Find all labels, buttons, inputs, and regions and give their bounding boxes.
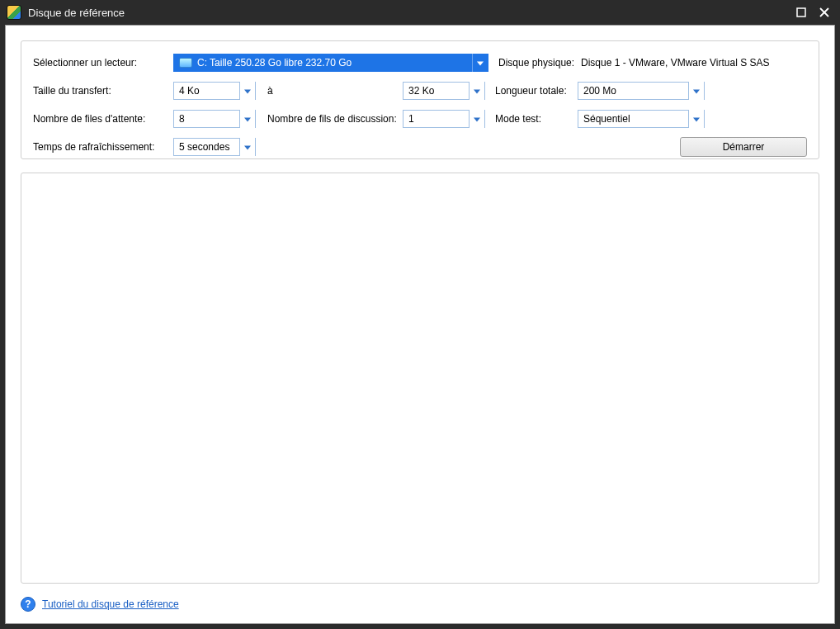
maximize-icon [796,7,806,17]
select-drive-combo[interactable]: C: Taille 250.28 Go libre 232.70 Go [173,54,488,72]
label-refresh: Temps de rafraîchissement: [33,141,173,153]
threads-combo[interactable]: 1 [403,110,485,128]
label-to: à [256,85,279,97]
window-title: Disque de référence [28,7,125,19]
select-drive-value: C: Taille 250.28 Go libre 232.70 Go [197,57,352,69]
test-mode-combo[interactable]: Séquentiel [578,110,705,128]
label-threads: Nombre de fils de discussion: [256,113,403,125]
settings-panel: Sélectionner un lecteur: C: Taille 250.2… [21,40,819,159]
help-icon: ? [21,597,35,612]
total-length-value: 200 Mo [583,85,616,97]
physical-disk-value: Disque 1 - VMware, VMware Virtual S SAS [581,57,770,69]
tutorial-link[interactable]: Tutoriel du disque de référence [42,598,179,610]
transfer-from-value: 4 Ko [179,85,200,97]
svg-rect-0 [797,8,805,17]
transfer-from-combo[interactable]: 4 Ko [173,82,256,100]
label-test-mode: Mode test: [485,113,578,125]
results-panel [21,173,819,584]
drive-icon [179,58,192,68]
queues-value: 8 [179,113,185,125]
label-queues: Nombre de files d'attente: [33,113,173,125]
window: Disque de référence Sélectionner un lect… [0,0,840,629]
app-icon [7,5,21,20]
titlebar: Disque de référence [0,0,840,25]
client-area: Sélectionner un lecteur: C: Taille 250.2… [5,25,835,624]
threads-value: 1 [408,113,414,125]
transfer-to-value: 32 Ko [408,85,434,97]
close-button[interactable] [815,3,833,21]
start-button-label: Démarrer [723,141,765,153]
label-physical-disk: Disque physique: [488,57,581,69]
total-length-combo[interactable]: 200 Mo [578,82,705,100]
start-button[interactable]: Démarrer [680,137,807,157]
maximize-button[interactable] [792,3,810,21]
label-total-length: Longueur totale: [485,85,578,97]
refresh-value: 5 secondes [179,141,229,153]
label-select-drive: Sélectionner un lecteur: [33,57,173,69]
transfer-to-combo[interactable]: 32 Ko [403,82,485,100]
refresh-combo[interactable]: 5 secondes [173,138,256,156]
footer: ? Tutoriel du disque de référence [21,597,179,612]
queues-combo[interactable]: 8 [173,110,256,128]
test-mode-value: Séquentiel [583,113,630,125]
label-transfer-size: Taille du transfert: [33,85,173,97]
close-icon [819,7,829,17]
